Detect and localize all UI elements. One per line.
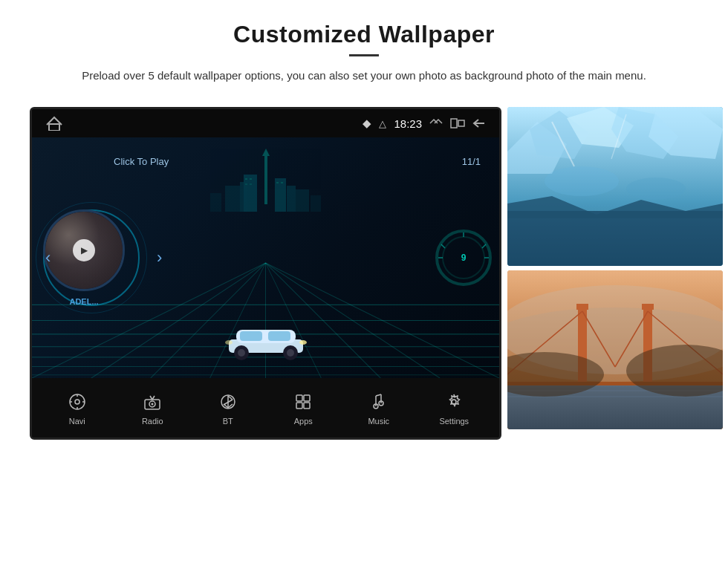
bt-icon	[216, 390, 240, 414]
svg-rect-34	[276, 182, 279, 183]
status-left	[45, 116, 63, 131]
back-icon	[472, 118, 486, 128]
svg-rect-30	[245, 178, 247, 180]
wifi-icon: △	[379, 118, 386, 129]
svg-rect-35	[281, 182, 283, 183]
thumbnails-container	[507, 107, 723, 429]
svg-point-44	[287, 349, 294, 357]
nav-item-settings[interactable]: Settings	[428, 390, 480, 426]
nav-item-music[interactable]: Music	[353, 390, 405, 426]
home-icon	[45, 116, 63, 131]
svg-rect-0	[49, 124, 59, 131]
svg-rect-29	[311, 195, 321, 212]
svg-point-93	[626, 178, 686, 200]
nav-item-bt[interactable]: BT	[202, 390, 254, 426]
svg-rect-39	[240, 331, 262, 341]
svg-line-78	[376, 394, 381, 396]
apps-label: Apps	[294, 417, 313, 426]
svg-rect-74	[296, 403, 302, 409]
svg-rect-2	[458, 120, 464, 126]
svg-rect-25	[287, 186, 296, 212]
svg-rect-40	[268, 331, 290, 341]
svg-rect-32	[245, 183, 247, 185]
settings-label: Settings	[439, 417, 469, 426]
content-row: ◆ △ 18:23	[30, 107, 698, 548]
bluetooth-icon: ◆	[363, 117, 371, 130]
navi-label: Navi	[69, 417, 85, 426]
svg-point-56	[75, 400, 79, 404]
radio-label: Radio	[142, 417, 163, 426]
device-screen: ◆ △ 18:23	[30, 107, 501, 440]
page-subtitle: Preload over 5 default wallpaper options…	[82, 67, 646, 85]
svg-marker-21	[262, 149, 270, 156]
svg-rect-104	[642, 304, 654, 310]
album-art: ▶	[43, 209, 125, 291]
svg-point-46	[225, 340, 233, 345]
play-button[interactable]: ▶	[73, 239, 95, 261]
navi-icon	[65, 390, 89, 414]
date-display: 11/1	[462, 156, 481, 167]
car-svg	[218, 311, 314, 363]
svg-rect-31	[250, 178, 252, 180]
music-label: Music	[368, 417, 389, 426]
bt-label: BT	[223, 417, 233, 426]
svg-point-92	[545, 166, 619, 196]
status-bar: ◆ △ 18:23	[32, 109, 499, 137]
title-underline	[349, 54, 379, 56]
svg-rect-28	[210, 193, 221, 212]
speedometer-svg: 9	[434, 228, 493, 287]
nav-item-navi[interactable]: Navi	[51, 390, 103, 426]
svg-rect-26	[225, 186, 240, 212]
music-player: ▶ ADEL...	[43, 209, 125, 306]
svg-rect-72	[296, 395, 302, 401]
city-skyline	[155, 145, 377, 219]
svg-rect-73	[304, 395, 310, 401]
svg-line-52	[441, 244, 445, 248]
prev-button[interactable]: ‹	[45, 248, 51, 267]
artist-name: ADEL...	[69, 297, 98, 306]
next-button[interactable]: ›	[157, 248, 162, 267]
bottom-nav: Navi Radio	[32, 378, 499, 437]
page-title: Customized Wallpaper	[82, 21, 646, 48]
expand-icon	[429, 118, 443, 128]
svg-rect-23	[240, 182, 247, 212]
bridge-svg	[507, 270, 723, 429]
click-to-play-text: Click To Play	[114, 156, 169, 167]
ice-svg	[507, 107, 723, 266]
time-display: 18:23	[394, 117, 422, 130]
svg-rect-1	[451, 119, 457, 128]
svg-line-50	[482, 244, 486, 248]
nav-item-radio[interactable]: Radio	[126, 390, 178, 426]
svg-rect-27	[296, 189, 309, 212]
page-wrapper: Customized Wallpaper Preload over 5 defa…	[0, 0, 728, 563]
svg-point-45	[299, 340, 307, 345]
svg-rect-20	[264, 152, 267, 204]
svg-rect-88	[507, 211, 723, 266]
apps-icon	[291, 390, 315, 414]
title-section: Customized Wallpaper Preload over 5 defa…	[82, 21, 646, 100]
svg-point-65	[152, 403, 154, 406]
settings-icon	[442, 390, 466, 414]
svg-rect-103	[576, 304, 588, 310]
radio-icon	[140, 390, 164, 414]
status-right: ◆ △ 18:23	[363, 117, 486, 130]
nav-item-apps[interactable]: Apps	[277, 390, 329, 426]
window-icon	[450, 118, 465, 128]
svg-point-42	[238, 349, 245, 357]
thumbnail-bridge[interactable]	[507, 270, 723, 429]
music-icon	[367, 390, 391, 414]
svg-text:9: 9	[461, 253, 467, 263]
screen-content: Click To Play 11/1 ▶ ADEL... ‹ ›	[32, 137, 499, 378]
svg-rect-75	[304, 403, 310, 409]
thumbnail-ice[interactable]	[507, 107, 723, 266]
svg-rect-33	[250, 183, 252, 185]
